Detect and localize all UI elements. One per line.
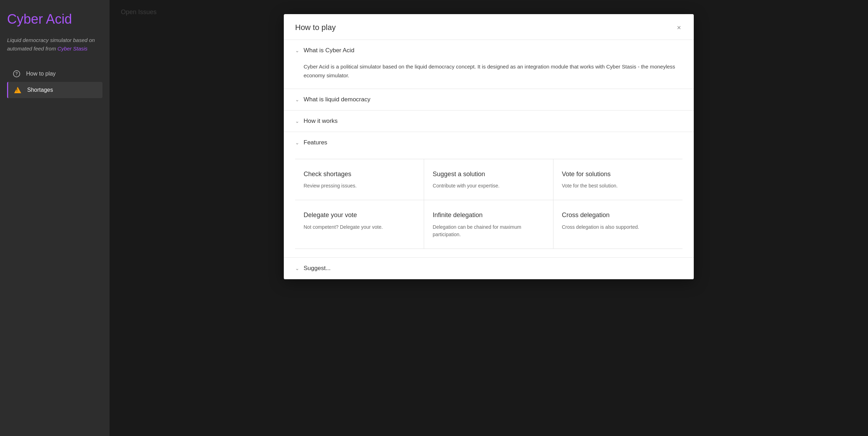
accordion-text-what-is-cyber-acid: Cyber Acid is a political simulator base… bbox=[304, 64, 675, 78]
feature-title-vote-solutions: Vote for solutions bbox=[562, 169, 674, 180]
modal-close-button[interactable]: × bbox=[675, 23, 682, 32]
feature-check-shortages: Check shortages Review pressing issues. bbox=[295, 159, 424, 200]
accordion-section-what-is-cyber-acid: ⌄ What is Cyber Acid Cyber Acid is a pol… bbox=[284, 40, 694, 89]
feature-title-suggest-solution: Suggest a solution bbox=[433, 169, 544, 180]
how-to-play-modal: How to play × ⌄ What is Cyber Acid Cyber… bbox=[284, 14, 694, 279]
accordion-header-suggest[interactable]: ⌄ Suggest... bbox=[284, 258, 694, 279]
modal-overlay: How to play × ⌄ What is Cyber Acid Cyber… bbox=[110, 0, 868, 436]
feature-desc-infinite-delegation: Delegation can be chained for maximum pa… bbox=[433, 223, 544, 239]
feature-desc-suggest-solution: Contribute with your expertise. bbox=[433, 182, 544, 190]
chevron-icon-2: ⌄ bbox=[295, 97, 299, 102]
accordion-header-how-it-works[interactable]: ⌄ How it works bbox=[284, 111, 694, 132]
feature-title-check-shortages: Check shortages bbox=[304, 169, 415, 180]
sidebar-item-label-shortages: Shortages bbox=[27, 87, 53, 93]
chevron-icon-3: ⌄ bbox=[295, 118, 299, 124]
main-content: Open Issues How to play × ⌄ What is Cybe… bbox=[110, 0, 868, 436]
accordion-content-what-is-cyber-acid: Cyber Acid is a political simulator base… bbox=[284, 61, 694, 89]
chevron-icon-4: ⌄ bbox=[295, 140, 299, 145]
accordion-section-how-it-works: ⌄ How it works bbox=[284, 111, 694, 132]
modal-header: How to play × bbox=[284, 14, 694, 40]
accordion-heading-features: Features bbox=[304, 139, 327, 146]
accordion-header-what-is-cyber-acid[interactable]: ⌄ What is Cyber Acid bbox=[284, 40, 694, 61]
accordion-heading-what-is-cyber-acid: What is Cyber Acid bbox=[304, 47, 354, 54]
app-description: Liquid democracy simulator based on auto… bbox=[7, 36, 102, 53]
sidebar-item-how-to-play[interactable]: ? How to play bbox=[7, 66, 102, 82]
app-title: Cyber Acid bbox=[7, 11, 102, 28]
feature-desc-vote-solutions: Vote for the best solution. bbox=[562, 182, 674, 190]
accordion-content-features: Check shortages Review pressing issues. … bbox=[284, 159, 694, 257]
accordion-heading-how-it-works: How it works bbox=[304, 118, 338, 125]
warning-icon bbox=[14, 86, 22, 94]
accordion-heading-liquid-democracy: What is liquid democracy bbox=[304, 96, 370, 103]
chevron-icon: ⌄ bbox=[295, 48, 299, 53]
feature-infinite-delegation: Infinite delegation Delegation can be ch… bbox=[424, 200, 553, 249]
question-circle-icon: ? bbox=[13, 70, 20, 78]
sidebar: Cyber Acid Liquid democracy simulator ba… bbox=[0, 0, 110, 436]
feature-suggest-solution: Suggest a solution Contribute with your … bbox=[424, 159, 553, 200]
feature-title-infinite-delegation: Infinite delegation bbox=[433, 210, 544, 221]
accordion-heading-suggest: Suggest... bbox=[304, 265, 331, 272]
feature-title-cross-delegation: Cross delegation bbox=[562, 210, 674, 221]
accordion-header-liquid-democracy[interactable]: ⌄ What is liquid democracy bbox=[284, 89, 694, 110]
feature-vote-solutions: Vote for solutions Vote for the best sol… bbox=[553, 159, 682, 200]
cyber-stasis-link[interactable]: Cyber Stasis bbox=[58, 46, 88, 52]
sidebar-item-shortages[interactable]: Shortages bbox=[7, 82, 102, 98]
feature-desc-delegate-vote: Not competent? Delegate your vote. bbox=[304, 223, 415, 231]
feature-title-delegate-vote: Delegate your vote bbox=[304, 210, 415, 221]
modal-body[interactable]: ⌄ What is Cyber Acid Cyber Acid is a pol… bbox=[284, 40, 694, 279]
accordion-section-liquid-democracy: ⌄ What is liquid democracy bbox=[284, 89, 694, 111]
modal-title: How to play bbox=[295, 23, 336, 32]
feature-desc-cross-delegation: Cross delegation is also supported. bbox=[562, 223, 674, 231]
feature-delegate-vote: Delegate your vote Not competent? Delega… bbox=[295, 200, 424, 249]
chevron-icon-5: ⌄ bbox=[295, 265, 299, 271]
sidebar-item-label-how-to-play: How to play bbox=[26, 71, 56, 77]
feature-desc-check-shortages: Review pressing issues. bbox=[304, 182, 415, 190]
feature-cross-delegation: Cross delegation Cross delegation is als… bbox=[553, 200, 682, 249]
accordion-section-suggest: ⌄ Suggest... bbox=[284, 258, 694, 279]
accordion-section-features: ⌄ Features Check shortages Review pressi… bbox=[284, 132, 694, 258]
accordion-header-features[interactable]: ⌄ Features bbox=[284, 132, 694, 153]
features-grid: Check shortages Review pressing issues. … bbox=[295, 159, 682, 249]
